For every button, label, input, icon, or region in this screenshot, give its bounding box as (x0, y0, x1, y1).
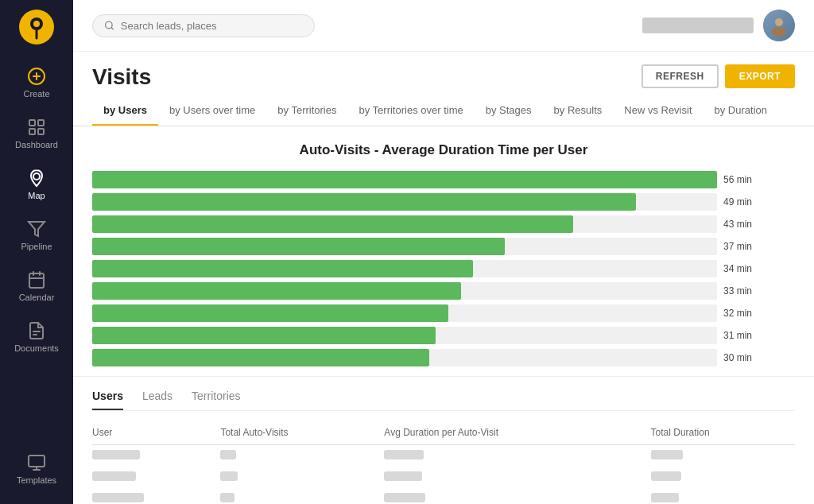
main-tabs: by Usersby Users over timeby Territories… (73, 96, 814, 126)
search-bar[interactable] (92, 14, 315, 37)
table-cell-2-0 (92, 488, 220, 504)
bar-track-4 (92, 260, 717, 277)
bar-row-3: 37 min (92, 238, 763, 255)
sidebar-item-calendar[interactable]: Calendar (0, 261, 73, 312)
avatar-image (763, 10, 795, 41)
app-logo[interactable] (19, 10, 54, 48)
bar-track-6 (92, 304, 717, 322)
bar-track-2 (92, 215, 717, 233)
bar-label-3: 37 min (723, 241, 763, 252)
bar-row-8: 30 min (92, 349, 763, 366)
svg-marker-11 (29, 222, 45, 236)
chart-title: Auto-Visits - Average Duration Time per … (92, 142, 795, 158)
table-row (92, 445, 795, 467)
main-content: Visits REFRESH EXPORT by Usersby Users o… (73, 0, 814, 504)
col-header-2: Avg Duration per Auto-Visit (384, 424, 650, 445)
sidebar-item-map-label: Map (28, 191, 45, 200)
table-cell-1-1 (220, 467, 384, 488)
table-row (92, 488, 795, 504)
svg-rect-7 (38, 120, 44, 126)
table-cell-1-3 (651, 467, 795, 488)
sidebar-item-pipeline[interactable]: Pipeline (0, 210, 73, 261)
skeleton-cell (220, 471, 238, 481)
svg-rect-12 (29, 273, 44, 288)
svg-point-24 (772, 27, 786, 37)
bar-fill-5 (92, 282, 461, 300)
sidebar-item-templates[interactable]: Templates (0, 444, 73, 494)
export-button[interactable]: EXPORT (725, 64, 795, 88)
sidebar-item-dashboard[interactable]: Dashboard (0, 108, 73, 159)
svg-point-10 (33, 173, 40, 180)
bar-track-0 (92, 171, 717, 188)
skeleton-cell (220, 493, 235, 502)
chart-section: Auto-Visits - Average Duration Time per … (73, 126, 814, 377)
skeleton-cell (651, 493, 679, 502)
tab-by-duration[interactable]: by Duration (704, 96, 778, 126)
table-cell-2-1 (220, 488, 384, 504)
sidebar-item-templates-label: Templates (17, 475, 56, 485)
bar-row-4: 34 min (92, 260, 763, 277)
data-section: UsersLeadsTerritories UserTotal Auto-Vis… (73, 377, 814, 504)
skeleton-cell (92, 450, 140, 459)
bar-fill-2 (92, 215, 573, 233)
skeleton-cell (651, 450, 683, 459)
bar-row-6: 32 min (92, 304, 763, 322)
sidebar-item-dashboard-label: Dashboard (15, 140, 58, 149)
tab-by-territories-over-time[interactable]: by Territories over time (347, 96, 474, 126)
refresh-button[interactable]: REFRESH (642, 64, 719, 88)
data-table: UserTotal Auto-VisitsAvg Duration per Au… (92, 424, 795, 504)
bar-track-3 (92, 238, 717, 255)
bar-track-5 (92, 282, 717, 300)
bar-fill-3 (92, 238, 505, 255)
sidebar-item-calendar-label: Calendar (19, 293, 55, 302)
table-wrapper: UserTotal Auto-VisitsAvg Duration per Au… (92, 424, 795, 504)
bar-row-5: 33 min (92, 282, 763, 300)
bar-fill-1 (92, 193, 636, 211)
tab-by-territories[interactable]: by Territories (266, 96, 347, 126)
tab-by-users-over-time[interactable]: by Users over time (158, 96, 266, 126)
avatar[interactable] (763, 10, 795, 41)
svg-point-2 (33, 21, 40, 27)
bar-track-1 (92, 193, 717, 211)
sidebar-item-map[interactable]: Map (0, 159, 73, 210)
subtab-users[interactable]: Users (92, 390, 123, 410)
top-header (73, 0, 814, 52)
bar-row-0: 56 min (92, 171, 763, 188)
subtab-leads[interactable]: Leads (142, 390, 172, 410)
bar-label-8: 30 min (723, 352, 763, 363)
col-header-0: User (92, 424, 220, 445)
sidebar-item-documents-label: Documents (14, 343, 59, 353)
table-cell-0-2 (384, 445, 650, 467)
bar-row-7: 31 min (92, 327, 763, 344)
svg-rect-6 (29, 120, 35, 126)
sidebar-item-create[interactable]: Create (0, 57, 73, 108)
table-row (92, 467, 795, 488)
svg-rect-8 (29, 129, 35, 134)
bar-fill-6 (92, 304, 448, 322)
bar-fill-0 (92, 171, 717, 188)
bar-row-2: 43 min (92, 215, 763, 233)
bar-label-5: 33 min (723, 285, 763, 297)
bar-label-2: 43 min (723, 219, 763, 230)
bar-label-7: 31 min (723, 330, 763, 341)
svg-rect-9 (38, 129, 44, 134)
svg-rect-18 (29, 456, 45, 467)
user-name-placeholder (642, 17, 754, 33)
subtab-territories[interactable]: Territories (192, 390, 240, 410)
svg-line-22 (111, 27, 113, 29)
bar-fill-7 (92, 327, 436, 344)
skeleton-cell (651, 471, 681, 481)
tab-by-stages[interactable]: by Stages (475, 96, 543, 126)
col-header-3: Total Duration (651, 424, 795, 445)
bar-row-1: 49 min (92, 193, 763, 211)
tab-new-vs-revisit[interactable]: New vs Revisit (613, 96, 703, 126)
tab-by-results[interactable]: by Results (543, 96, 614, 126)
tab-by-users[interactable]: by Users (92, 96, 158, 126)
search-icon (104, 20, 114, 31)
table-cell-1-2 (384, 467, 650, 488)
table-cell-0-3 (651, 445, 795, 467)
sidebar-item-documents[interactable]: Documents (0, 312, 73, 362)
skeleton-cell (384, 471, 422, 481)
search-input[interactable] (121, 20, 303, 32)
skeleton-cell (384, 450, 424, 459)
